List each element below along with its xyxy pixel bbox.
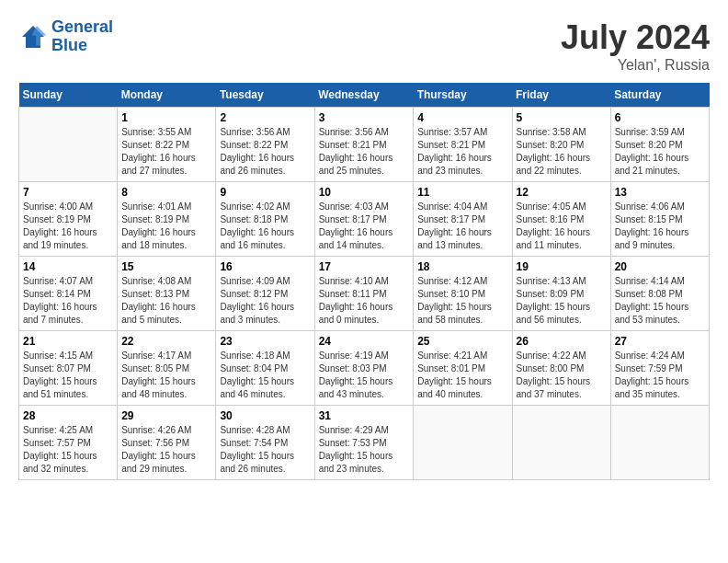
day-number: 10	[319, 186, 410, 199]
day-number: 20	[615, 260, 705, 273]
calendar-cell: 15Sunrise: 4:08 AMSunset: 8:13 PMDayligh…	[118, 257, 216, 331]
location-subtitle: Yelan', Russia	[561, 57, 710, 74]
calendar-cell: 25Sunrise: 4:21 AMSunset: 8:01 PMDayligh…	[414, 331, 512, 406]
day-info: Sunrise: 4:21 AMSunset: 8:01 PMDaylight:…	[417, 350, 507, 401]
day-number: 27	[615, 335, 705, 348]
weekday-header: Monday	[118, 83, 216, 108]
day-number: 5	[517, 111, 607, 124]
day-info: Sunrise: 4:04 AMSunset: 8:17 PMDaylight:…	[417, 201, 507, 252]
day-info: Sunrise: 4:10 AMSunset: 8:11 PMDaylight:…	[319, 275, 410, 327]
calendar-week-row: 21Sunrise: 4:15 AMSunset: 8:07 PMDayligh…	[19, 331, 710, 406]
calendar-week-row: 14Sunrise: 4:07 AMSunset: 8:14 PMDayligh…	[19, 257, 710, 331]
calendar-cell: 4Sunrise: 3:57 AMSunset: 8:21 PMDaylight…	[414, 108, 512, 182]
day-number: 14	[23, 260, 113, 273]
day-number: 1	[121, 111, 211, 124]
day-info: Sunrise: 4:26 AMSunset: 7:56 PMDaylight:…	[121, 424, 211, 476]
day-info: Sunrise: 4:00 AMSunset: 8:19 PMDaylight:…	[23, 201, 113, 252]
day-number: 4	[417, 111, 507, 124]
logo-icon	[18, 22, 48, 52]
calendar-cell: 3Sunrise: 3:56 AMSunset: 8:21 PMDaylight…	[314, 108, 414, 182]
calendar-cell: 2Sunrise: 3:56 AMSunset: 8:22 PMDaylight…	[216, 108, 314, 182]
calendar-cell: 14Sunrise: 4:07 AMSunset: 8:14 PMDayligh…	[19, 257, 118, 331]
day-number: 31	[319, 409, 410, 422]
day-number: 23	[220, 335, 310, 348]
weekday-header: Friday	[512, 83, 610, 108]
calendar-cell: 16Sunrise: 4:09 AMSunset: 8:12 PMDayligh…	[216, 257, 314, 331]
calendar-cell: 17Sunrise: 4:10 AMSunset: 8:11 PMDayligh…	[314, 257, 414, 331]
day-number: 19	[517, 260, 607, 273]
day-info: Sunrise: 4:12 AMSunset: 8:10 PMDaylight:…	[417, 275, 507, 327]
day-number: 21	[23, 335, 113, 348]
logo: General Blue	[18, 18, 113, 55]
weekday-header: Tuesday	[216, 83, 314, 108]
calendar-cell: 8Sunrise: 4:01 AMSunset: 8:19 PMDaylight…	[118, 182, 216, 257]
day-number: 8	[121, 186, 211, 199]
calendar-cell: 19Sunrise: 4:13 AMSunset: 8:09 PMDayligh…	[512, 257, 610, 331]
calendar-cell: 1Sunrise: 3:55 AMSunset: 8:22 PMDaylight…	[118, 108, 216, 182]
day-info: Sunrise: 4:17 AMSunset: 8:05 PMDaylight:…	[121, 350, 211, 401]
day-number: 2	[220, 111, 310, 124]
calendar-cell	[610, 406, 709, 480]
page-header: General Blue July 2024 Yelan', Russia	[18, 18, 710, 74]
day-number: 9	[220, 186, 310, 199]
calendar-cell: 13Sunrise: 4:06 AMSunset: 8:15 PMDayligh…	[610, 182, 709, 257]
day-number: 30	[220, 409, 310, 422]
calendar-cell: 11Sunrise: 4:04 AMSunset: 8:17 PMDayligh…	[414, 182, 512, 257]
calendar-cell: 20Sunrise: 4:14 AMSunset: 8:08 PMDayligh…	[610, 257, 709, 331]
day-info: Sunrise: 3:58 AMSunset: 8:20 PMDaylight:…	[517, 126, 607, 178]
day-info: Sunrise: 4:01 AMSunset: 8:19 PMDaylight:…	[121, 201, 211, 252]
day-info: Sunrise: 4:28 AMSunset: 7:54 PMDaylight:…	[220, 424, 310, 476]
month-title: July 2024	[561, 18, 710, 57]
day-info: Sunrise: 4:24 AMSunset: 7:59 PMDaylight:…	[615, 350, 705, 401]
calendar-cell: 10Sunrise: 4:03 AMSunset: 8:17 PMDayligh…	[314, 182, 414, 257]
day-number: 29	[121, 409, 211, 422]
header-row: SundayMondayTuesdayWednesdayThursdayFrid…	[19, 83, 710, 108]
calendar-cell: 9Sunrise: 4:02 AMSunset: 8:18 PMDaylight…	[216, 182, 314, 257]
day-info: Sunrise: 4:29 AMSunset: 7:53 PMDaylight:…	[319, 424, 410, 476]
day-number: 18	[417, 260, 507, 273]
calendar-cell: 30Sunrise: 4:28 AMSunset: 7:54 PMDayligh…	[216, 406, 314, 480]
calendar-cell: 22Sunrise: 4:17 AMSunset: 8:05 PMDayligh…	[118, 331, 216, 406]
day-info: Sunrise: 4:08 AMSunset: 8:13 PMDaylight:…	[121, 275, 211, 327]
day-info: Sunrise: 3:56 AMSunset: 8:21 PMDaylight:…	[319, 126, 410, 178]
day-info: Sunrise: 4:13 AMSunset: 8:09 PMDaylight:…	[517, 275, 607, 327]
calendar-cell: 26Sunrise: 4:22 AMSunset: 8:00 PMDayligh…	[512, 331, 610, 406]
calendar-cell: 24Sunrise: 4:19 AMSunset: 8:03 PMDayligh…	[314, 331, 414, 406]
calendar-cell: 28Sunrise: 4:25 AMSunset: 7:57 PMDayligh…	[19, 406, 118, 480]
day-info: Sunrise: 3:55 AMSunset: 8:22 PMDaylight:…	[121, 126, 211, 178]
day-info: Sunrise: 3:57 AMSunset: 8:21 PMDaylight:…	[417, 126, 507, 178]
calendar-week-row: 7Sunrise: 4:00 AMSunset: 8:19 PMDaylight…	[19, 182, 710, 257]
day-number: 3	[319, 111, 410, 124]
day-info: Sunrise: 4:22 AMSunset: 8:00 PMDaylight:…	[517, 350, 607, 401]
calendar-week-row: 1Sunrise: 3:55 AMSunset: 8:22 PMDaylight…	[19, 108, 710, 182]
day-number: 28	[23, 409, 113, 422]
weekday-header: Thursday	[414, 83, 512, 108]
calendar-cell: 23Sunrise: 4:18 AMSunset: 8:04 PMDayligh…	[216, 331, 314, 406]
day-number: 17	[319, 260, 410, 273]
day-number: 13	[615, 186, 705, 199]
calendar-cell: 6Sunrise: 3:59 AMSunset: 8:20 PMDaylight…	[610, 108, 709, 182]
day-number: 26	[517, 335, 607, 348]
day-number: 7	[23, 186, 113, 199]
day-info: Sunrise: 4:18 AMSunset: 8:04 PMDaylight:…	[220, 350, 310, 401]
calendar-cell: 27Sunrise: 4:24 AMSunset: 7:59 PMDayligh…	[610, 331, 709, 406]
calendar-cell	[414, 406, 512, 480]
day-info: Sunrise: 3:59 AMSunset: 8:20 PMDaylight:…	[615, 126, 705, 178]
calendar-cell: 18Sunrise: 4:12 AMSunset: 8:10 PMDayligh…	[414, 257, 512, 331]
calendar-cell: 5Sunrise: 3:58 AMSunset: 8:20 PMDaylight…	[512, 108, 610, 182]
weekday-header: Wednesday	[314, 83, 414, 108]
weekday-header: Sunday	[19, 83, 118, 108]
day-info: Sunrise: 4:25 AMSunset: 7:57 PMDaylight:…	[23, 424, 113, 476]
calendar-cell	[19, 108, 118, 182]
day-number: 25	[417, 335, 507, 348]
day-info: Sunrise: 4:15 AMSunset: 8:07 PMDaylight:…	[23, 350, 113, 401]
day-info: Sunrise: 4:19 AMSunset: 8:03 PMDaylight:…	[319, 350, 410, 401]
day-number: 11	[417, 186, 507, 199]
day-info: Sunrise: 3:56 AMSunset: 8:22 PMDaylight:…	[220, 126, 310, 178]
day-number: 22	[121, 335, 211, 348]
day-number: 24	[319, 335, 410, 348]
title-block: July 2024 Yelan', Russia	[561, 18, 710, 74]
day-number: 16	[220, 260, 310, 273]
calendar-table: SundayMondayTuesdayWednesdayThursdayFrid…	[18, 83, 710, 480]
day-info: Sunrise: 4:03 AMSunset: 8:17 PMDaylight:…	[319, 201, 410, 252]
